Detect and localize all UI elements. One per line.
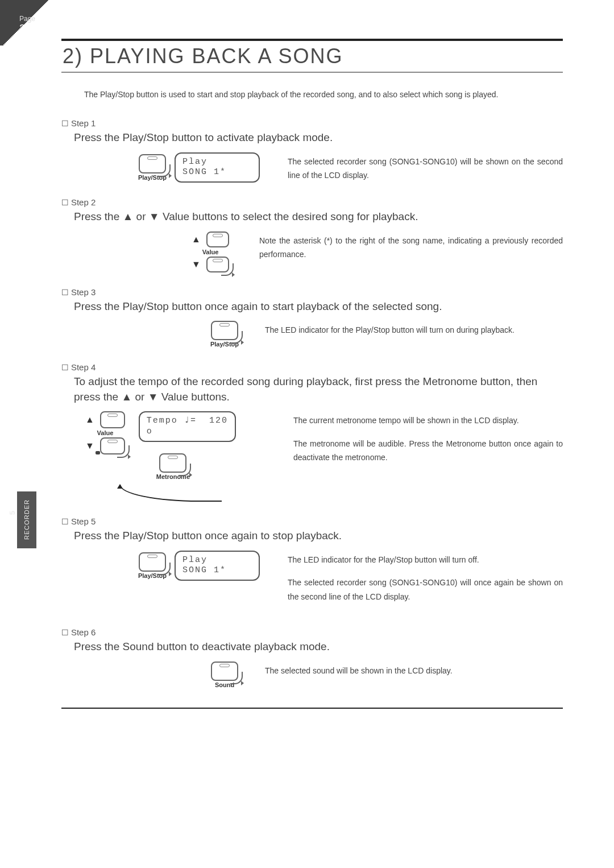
section-tab: RECORDER	[17, 491, 36, 548]
step-body: Press the Play/Stop button once again to…	[74, 528, 563, 544]
value-buttons-label: Value	[97, 429, 114, 436]
step-note: The LED indicator for the Play/Stop butt…	[265, 321, 563, 337]
triangle-up-icon: ▲	[85, 415, 94, 424]
value-buttons-graphic: ▲ Value ▼	[192, 232, 229, 272]
step-heading: Step 6	[61, 627, 563, 637]
button-icon	[139, 552, 166, 572]
lcd-display: Tempo ♩= 120 o	[139, 411, 236, 442]
step-note: The current metronome tempo will be show…	[293, 411, 563, 474]
triangle-down-icon: ▼	[85, 441, 94, 450]
step-heading: Step 1	[61, 118, 563, 128]
step3-illustration: Play/Stop	[199, 321, 250, 348]
lcd-display: Play SONG 1*	[175, 551, 260, 581]
button-icon	[211, 662, 238, 681]
triangle-up-icon: ▲	[192, 235, 201, 244]
step-4: Step 4 To adjust the tempo of the record…	[61, 362, 563, 502]
play-stop-button-graphic: Play/Stop	[138, 154, 167, 181]
lcd-display: Play SONG 1*	[175, 152, 260, 183]
value-down-button-icon	[206, 257, 229, 272]
value-buttons-label: Value	[202, 249, 219, 255]
button-icon	[159, 453, 186, 473]
step-body: Press the Play/Stop button once again to…	[74, 299, 563, 315]
step-note: The selected sound will be shown in the …	[265, 662, 563, 678]
button-icon	[139, 154, 166, 173]
step-note: Note the asterisk (*) to the right of th…	[259, 232, 563, 262]
step4-illustration: ▲ Value ▼ Tempo ♩= 120 o Met	[85, 411, 279, 502]
play-stop-button-graphic: Play/Stop	[210, 321, 239, 348]
value-up-button-icon	[206, 232, 229, 247]
title-rule-top	[61, 39, 563, 41]
bottom-rule	[61, 708, 563, 709]
sound-button-graphic: Sound	[211, 662, 238, 688]
button-icon	[211, 321, 238, 340]
value-up-button-icon	[100, 411, 125, 428]
step-body: Press the Play/Stop button to activate p…	[74, 130, 563, 146]
step-heading: Step 4	[61, 362, 563, 372]
step-1: Step 1 Press the Play/Stop button to act…	[61, 118, 563, 183]
step-heading: Step 2	[61, 197, 563, 207]
step5-illustration: Play/Stop Play SONG 1*	[125, 551, 273, 581]
step-body: Press the ▲ or ▼ Value buttons to select…	[74, 209, 563, 225]
step-body: To adjust the tempo of the recorded song…	[74, 374, 563, 404]
step-body: Press the Sound button to deactivate pla…	[74, 639, 563, 655]
step-note: The LED indicator for the Play/Stop butt…	[288, 551, 563, 613]
step-heading: Step 3	[61, 287, 563, 297]
page-label: Page	[19, 15, 35, 23]
step-5: Step 5 Press the Play/Stop button once a…	[61, 516, 563, 613]
title-rule-bottom	[61, 72, 563, 73]
step-note: The selected recorder song (SONG1-SONG10…	[288, 152, 563, 183]
step-3: Step 3 Press the Play/Stop button once a…	[61, 287, 563, 348]
section-tab-number: 5	[8, 511, 16, 515]
flow-arrow-icon	[119, 485, 222, 502]
step-heading: Step 5	[61, 516, 563, 526]
triangle-down-icon: ▼	[192, 260, 201, 269]
step-2: Step 2 Press the ▲ or ▼ Value buttons to…	[61, 197, 563, 272]
main-content: 2) PLAYING BACK A SONG The Play/Stop but…	[61, 0, 563, 709]
step-6: Step 6 Press the Sound button to deactiv…	[61, 627, 563, 688]
step6-illustration: Sound	[199, 662, 250, 688]
page-number: 20	[19, 23, 31, 35]
value-buttons-graphic: ▲ Value ▼	[85, 411, 125, 454]
value-down-button-icon	[100, 437, 125, 454]
step2-illustration: ▲ Value ▼	[176, 232, 244, 272]
intro-text: The Play/Stop button is used to start an…	[84, 86, 563, 102]
page-title: 2) PLAYING BACK A SONG	[61, 42, 563, 72]
step1-illustration: Play/Stop Play SONG 1*	[125, 152, 273, 183]
play-stop-button-graphic: Play/Stop	[138, 552, 167, 579]
